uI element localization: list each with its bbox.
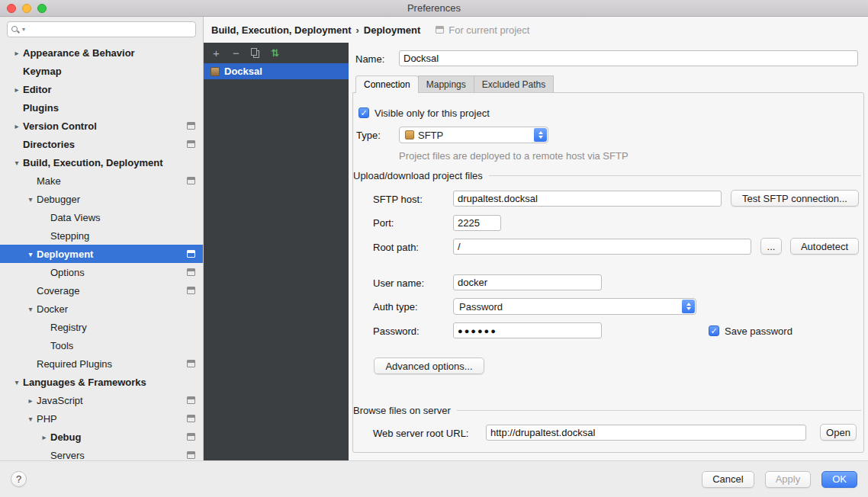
server-list-item-docksal[interactable]: Docksal bbox=[204, 63, 349, 79]
visible-only-checkbox[interactable]: ✓ Visible only for this project bbox=[358, 105, 490, 120]
sidebar-item-plugins[interactable]: Plugins bbox=[0, 98, 203, 117]
search-chevron-down-icon[interactable]: ▾ bbox=[22, 26, 25, 33]
password-input[interactable] bbox=[453, 322, 602, 338]
sidebar-item-label: Keymap bbox=[23, 66, 62, 77]
chevron-right-icon[interactable]: ▸ bbox=[38, 433, 50, 441]
sidebar-item-label: Appearance & Behavior bbox=[23, 47, 135, 59]
sidebar-item-servers[interactable]: Servers bbox=[0, 446, 203, 460]
breadcrumb-item-build-execution-deployment[interactable]: Build, Execution, Deployment bbox=[211, 24, 351, 36]
sidebar-item-make[interactable]: Make bbox=[0, 172, 203, 190]
sidebar-item-tools[interactable]: Tools bbox=[0, 336, 203, 354]
zoom-window-button[interactable] bbox=[37, 4, 47, 13]
per-project-icon bbox=[187, 396, 195, 404]
chevron-down-icon[interactable]: ▾ bbox=[24, 195, 37, 204]
remove-server-button[interactable]: − bbox=[230, 47, 242, 59]
sidebar-item-stepping[interactable]: Stepping bbox=[0, 226, 203, 245]
per-project-icon bbox=[187, 250, 195, 258]
tab-excluded-paths[interactable]: Excluded Paths bbox=[474, 75, 554, 93]
close-window-button[interactable] bbox=[7, 4, 16, 13]
chevron-right-icon[interactable]: ▸ bbox=[11, 122, 23, 130]
preferences-window: Preferences ▾ ▸Appearance & Behavior Key… bbox=[0, 0, 868, 497]
sftp-host-input[interactable] bbox=[453, 191, 722, 207]
sidebar-item-label: Plugins bbox=[23, 102, 59, 114]
sidebar-item-languages-frameworks[interactable]: ▾Languages & Frameworks bbox=[0, 373, 203, 391]
connection-tab-panel bbox=[352, 92, 864, 453]
sidebar-item-deployment[interactable]: ▾Deployment bbox=[0, 245, 203, 263]
deployment-form: Name: Connection Mappings Excluded Paths… bbox=[349, 43, 868, 460]
advanced-options-button[interactable]: Advanced options... bbox=[374, 358, 484, 374]
sidebar-item-label: Required Plugins bbox=[37, 358, 112, 370]
browse-root-path-button[interactable]: ... bbox=[760, 238, 782, 255]
sidebar-item-label: Servers bbox=[50, 450, 85, 461]
sftp-host-label: SFTP host: bbox=[373, 194, 423, 205]
per-project-icon bbox=[187, 287, 195, 294]
tab-mappings[interactable]: Mappings bbox=[418, 75, 474, 93]
sidebar-item-build-execution-deployment[interactable]: ▾Build, Execution, Deployment bbox=[0, 153, 203, 172]
sidebar-item-coverage[interactable]: Coverage bbox=[0, 281, 203, 300]
sidebar-item-label: Deployment bbox=[37, 248, 93, 260]
checkbox-checked-icon[interactable]: ✓ bbox=[358, 107, 369, 118]
type-select[interactable]: SFTP bbox=[399, 127, 548, 143]
chevron-down-icon[interactable]: ▾ bbox=[11, 159, 23, 167]
sidebar-item-label: Coverage bbox=[37, 285, 79, 297]
save-password-checkbox[interactable]: ✓ Save password bbox=[709, 323, 792, 338]
titlebar[interactable]: Preferences bbox=[0, 0, 868, 17]
test-sftp-connection-button[interactable]: Test SFTP connection... bbox=[731, 190, 859, 207]
tab-connection[interactable]: Connection bbox=[355, 75, 419, 93]
ok-button[interactable]: OK bbox=[821, 471, 857, 488]
sidebar-item-data-views[interactable]: Data Views bbox=[0, 208, 203, 226]
auth-type-select[interactable]: Password bbox=[453, 298, 696, 315]
help-button[interactable]: ? bbox=[11, 471, 27, 487]
sidebar-item-debugger[interactable]: ▾Debugger bbox=[0, 190, 203, 208]
combo-stepper-icon[interactable] bbox=[534, 128, 547, 142]
settings-search-input[interactable]: ▾ bbox=[7, 21, 196, 37]
sidebar-item-options[interactable]: Options bbox=[0, 263, 203, 281]
per-project-icon bbox=[187, 122, 195, 130]
chevron-right-icon[interactable]: ▸ bbox=[24, 396, 37, 405]
name-input[interactable] bbox=[399, 50, 858, 66]
chevron-down-icon[interactable]: ▾ bbox=[24, 250, 37, 258]
cancel-button[interactable]: Cancel bbox=[702, 471, 754, 488]
browse-section-header: Browse files on server bbox=[353, 404, 861, 416]
sidebar-item-php[interactable]: ▾PHP bbox=[0, 409, 203, 428]
sidebar-item-label: Debug bbox=[50, 431, 81, 443]
chevron-down-icon[interactable]: ▾ bbox=[24, 415, 37, 423]
sidebar-item-debug[interactable]: ▸Debug bbox=[0, 428, 203, 446]
chevron-down-icon[interactable]: ▾ bbox=[11, 378, 23, 386]
sidebar-item-version-control[interactable]: ▸Version Control bbox=[0, 117, 203, 135]
sidebar-item-appearance-behavior[interactable]: ▸Appearance & Behavior bbox=[0, 43, 203, 62]
settings-tree: ▸Appearance & Behavior Keymap ▸Editor Pl… bbox=[0, 39, 203, 460]
port-input[interactable] bbox=[453, 215, 501, 231]
copy-server-button[interactable] bbox=[250, 48, 261, 59]
per-project-icon bbox=[187, 177, 195, 184]
sidebar-item-required-plugins[interactable]: Required Plugins bbox=[0, 354, 203, 373]
web-root-input[interactable] bbox=[486, 425, 806, 441]
add-server-button[interactable]: + bbox=[211, 47, 222, 59]
apply-button[interactable]: Apply bbox=[765, 471, 812, 488]
sidebar-item-label: Registry bbox=[50, 322, 87, 333]
root-path-label: Root path: bbox=[373, 242, 419, 253]
sidebar-item-registry[interactable]: Registry bbox=[0, 318, 203, 336]
sync-servers-button[interactable]: ⇅ bbox=[269, 48, 281, 58]
chevron-right-icon[interactable]: ▸ bbox=[11, 85, 23, 94]
chevron-down-icon[interactable]: ▾ bbox=[24, 305, 37, 313]
sidebar-item-docker[interactable]: ▾Docker bbox=[0, 300, 203, 318]
open-button[interactable]: Open bbox=[820, 424, 857, 441]
chevron-right-icon[interactable]: ▸ bbox=[11, 49, 23, 57]
sidebar-item-label: Version Control bbox=[23, 120, 97, 132]
sidebar-item-keymap[interactable]: Keymap bbox=[0, 62, 203, 80]
minimize-window-button[interactable] bbox=[22, 4, 31, 13]
sidebar-item-directories[interactable]: Directories bbox=[0, 135, 203, 153]
sidebar-item-javascript[interactable]: ▸JavaScript bbox=[0, 391, 203, 409]
sidebar-item-editor[interactable]: ▸Editor bbox=[0, 80, 203, 98]
scope-label: For current project bbox=[448, 24, 529, 36]
sidebar-item-label: Stepping bbox=[50, 230, 89, 242]
section-title: Browse files on server bbox=[353, 405, 451, 416]
root-path-input[interactable] bbox=[453, 239, 751, 255]
checkbox-checked-icon[interactable]: ✓ bbox=[709, 325, 719, 336]
type-value: SFTP bbox=[418, 130, 443, 141]
user-name-input[interactable] bbox=[453, 274, 602, 290]
autodetect-button[interactable]: Autodetect bbox=[790, 238, 859, 255]
breadcrumb-item-deployment[interactable]: Deployment bbox=[364, 24, 420, 36]
combo-stepper-icon[interactable] bbox=[682, 300, 695, 313]
